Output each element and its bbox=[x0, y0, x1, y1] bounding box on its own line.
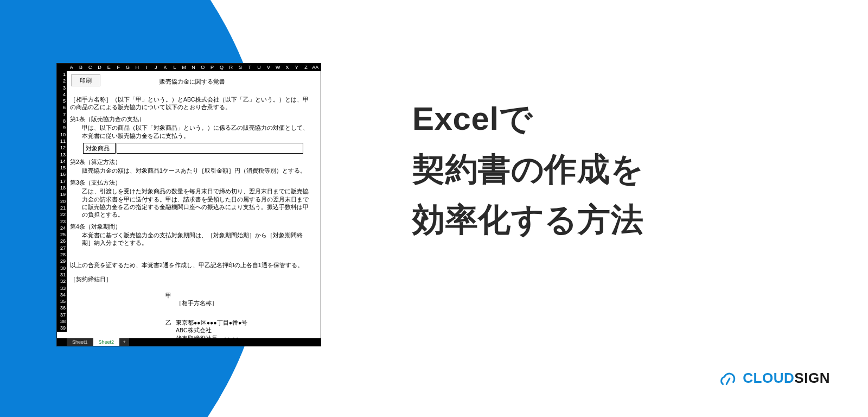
col-header-R[interactable]: R bbox=[226, 64, 235, 71]
logo-text: CLOUDSIGN bbox=[743, 370, 830, 387]
row-header-21[interactable]: 21 bbox=[57, 205, 67, 211]
col-header-H[interactable]: H bbox=[132, 64, 142, 71]
col-header-L[interactable]: L bbox=[170, 64, 179, 71]
excel-screenshot: ABCDEFGHIJKLMNOPQRSTUVWXYZAA 12345678910… bbox=[56, 63, 321, 346]
row-header-13[interactable]: 13 bbox=[57, 151, 67, 158]
signature-block: 甲 ［相手方名称］ 乙東京都●●区●●●丁目●番●号 ABC株式会社 代表取締役… bbox=[70, 292, 314, 342]
col-header-S[interactable]: S bbox=[235, 64, 245, 71]
article-4-body: 本覚書に基づく販売協力金の支払対象期間は、［対象期間始期］から［対象期間終期］納… bbox=[70, 231, 314, 247]
row-header-29[interactable]: 29 bbox=[57, 258, 67, 264]
col-header-F[interactable]: F bbox=[113, 64, 123, 71]
row-header-15[interactable]: 15 bbox=[57, 165, 67, 171]
article-2-heading: 第2条（算定方法） bbox=[70, 158, 314, 166]
row-header-9[interactable]: 9 bbox=[57, 124, 67, 131]
row-header-1[interactable]: 1 bbox=[57, 71, 67, 78]
row-header-17[interactable]: 17 bbox=[57, 178, 67, 185]
row-header-14[interactable]: 14 bbox=[57, 158, 67, 165]
row-header-24[interactable]: 24 bbox=[57, 225, 67, 231]
article-1-heading: 第1条（販売協力金の支払） bbox=[70, 115, 314, 123]
article-3-body: 乙は、引渡しを受けた対象商品の数量を毎月末日で締め切り、翌月末日までに販売協力金… bbox=[70, 187, 314, 218]
col-header-I[interactable]: I bbox=[142, 64, 151, 71]
row-header-12[interactable]: 12 bbox=[57, 144, 67, 151]
row-header-2[interactable]: 2 bbox=[57, 78, 67, 84]
row-header-5[interactable]: 5 bbox=[57, 98, 67, 104]
headline-line-3: 効率化する方法 bbox=[412, 194, 643, 245]
row-header-3[interactable]: 3 bbox=[57, 85, 67, 91]
row-header-25[interactable]: 25 bbox=[57, 231, 67, 238]
row-header-37[interactable]: 37 bbox=[57, 312, 67, 318]
col-header-Q[interactable]: Q bbox=[217, 64, 226, 71]
row-header-6[interactable]: 6 bbox=[57, 104, 67, 111]
col-header-D[interactable]: D bbox=[95, 64, 104, 71]
headline-line-1: Excelで bbox=[412, 93, 643, 144]
col-header-J[interactable]: J bbox=[151, 64, 161, 71]
row-header-22[interactable]: 22 bbox=[57, 211, 67, 218]
row-header-34[interactable]: 34 bbox=[57, 292, 67, 298]
col-header-V[interactable]: V bbox=[264, 64, 273, 71]
col-header-U[interactable]: U bbox=[254, 64, 264, 71]
row-header-32[interactable]: 32 bbox=[57, 278, 67, 285]
col-header-X[interactable]: X bbox=[283, 64, 292, 71]
col-header-AA[interactable]: AA bbox=[311, 64, 320, 71]
row-header-30[interactable]: 30 bbox=[57, 265, 67, 271]
row-header-4[interactable]: 4 bbox=[57, 91, 67, 98]
excel-row-gutter: 1234567891011121314151617181920212223242… bbox=[57, 71, 67, 332]
target-product-table: 対象商品 bbox=[82, 142, 304, 155]
tab-add-sheet[interactable]: + bbox=[119, 338, 129, 346]
article-3-heading: 第3条（支払方法） bbox=[70, 179, 314, 186]
row-header-18[interactable]: 18 bbox=[57, 185, 67, 191]
col-header-T[interactable]: T bbox=[245, 64, 254, 71]
target-product-label: 対象商品 bbox=[83, 143, 116, 154]
excel-sheet-tabs: Sheet1 Sheet2 + bbox=[57, 338, 321, 346]
row-header-10[interactable]: 10 bbox=[57, 131, 67, 138]
row-header-19[interactable]: 19 bbox=[57, 191, 67, 198]
document-title: 販売協力金に関する覚書 bbox=[70, 78, 314, 86]
tab-sheet1[interactable]: Sheet1 bbox=[67, 338, 93, 346]
col-header-B[interactable]: B bbox=[76, 64, 85, 71]
excel-sheet-body: 印刷 販売協力金に関する覚書 ［相手方名称］（以下「甲」という。）とABC株式会… bbox=[67, 71, 321, 338]
col-header-W[interactable]: W bbox=[273, 64, 283, 71]
row-header-27[interactable]: 27 bbox=[57, 245, 67, 251]
row-header-8[interactable]: 8 bbox=[57, 118, 67, 124]
row-header-36[interactable]: 36 bbox=[57, 305, 67, 311]
article-4-heading: 第4条（対象期間） bbox=[70, 223, 314, 230]
party-otsu-label: 乙 bbox=[70, 319, 176, 326]
col-header-A[interactable]: A bbox=[67, 64, 76, 71]
row-header-11[interactable]: 11 bbox=[57, 138, 67, 144]
row-header-33[interactable]: 33 bbox=[57, 285, 67, 292]
col-header-C[interactable]: C bbox=[86, 64, 95, 71]
row-header-23[interactable]: 23 bbox=[57, 218, 67, 225]
closing-paragraph: 以上の合意を証するため、本覚書2通を作成し、甲乙記名押印の上各自1通を保管する。 bbox=[70, 261, 314, 269]
col-header-G[interactable]: G bbox=[123, 64, 132, 71]
print-button[interactable]: 印刷 bbox=[71, 74, 100, 86]
col-header-K[interactable]: K bbox=[161, 64, 170, 71]
tab-sheet2[interactable]: Sheet2 bbox=[93, 338, 120, 346]
row-header-28[interactable]: 28 bbox=[57, 251, 67, 258]
row-header-20[interactable]: 20 bbox=[57, 198, 67, 205]
page-background: ABCDEFGHIJKLMNOPQRSTUVWXYZAA 12345678910… bbox=[0, 0, 868, 417]
party-kou-name: ［相手方名称］ bbox=[176, 299, 218, 307]
col-header-Y[interactable]: Y bbox=[292, 64, 301, 71]
contract-date-label: ［契約締結日］ bbox=[70, 275, 314, 283]
headline-line-2: 契約書の作成を bbox=[412, 144, 643, 194]
target-product-cell[interactable] bbox=[117, 143, 303, 154]
row-header-39[interactable]: 39 bbox=[57, 325, 67, 331]
article-1-body: 甲は、以下の商品（以下「対象商品」という。）に係る乙の販売協力の対価として、本覚… bbox=[70, 124, 314, 139]
excel-column-headers: ABCDEFGHIJKLMNOPQRSTUVWXYZAA bbox=[57, 64, 321, 71]
col-header-M[interactable]: M bbox=[180, 64, 189, 71]
row-header-26[interactable]: 26 bbox=[57, 238, 67, 244]
col-header-P[interactable]: P bbox=[207, 64, 216, 71]
row-header-31[interactable]: 31 bbox=[57, 271, 67, 278]
row-header-16[interactable]: 16 bbox=[57, 171, 67, 178]
intro-paragraph: ［相手方名称］（以下「甲」という。）とABC株式会社（以下「乙」という。）とは、… bbox=[70, 96, 314, 111]
article-2-body: 販売協力金の額は、対象商品1ケースあたり［取引金額］円（消費税等別）とする。 bbox=[70, 167, 314, 174]
col-header-Z[interactable]: Z bbox=[301, 64, 310, 71]
row-header-38[interactable]: 38 bbox=[57, 318, 67, 325]
party-otsu-company: ABC株式会社 bbox=[176, 326, 212, 334]
row-header-35[interactable]: 35 bbox=[57, 298, 67, 305]
col-header-E[interactable]: E bbox=[104, 64, 113, 71]
party-kou-label: 甲 bbox=[70, 292, 176, 299]
col-header-O[interactable]: O bbox=[198, 64, 207, 71]
col-header-N[interactable]: N bbox=[189, 64, 198, 71]
row-header-7[interactable]: 7 bbox=[57, 111, 67, 118]
